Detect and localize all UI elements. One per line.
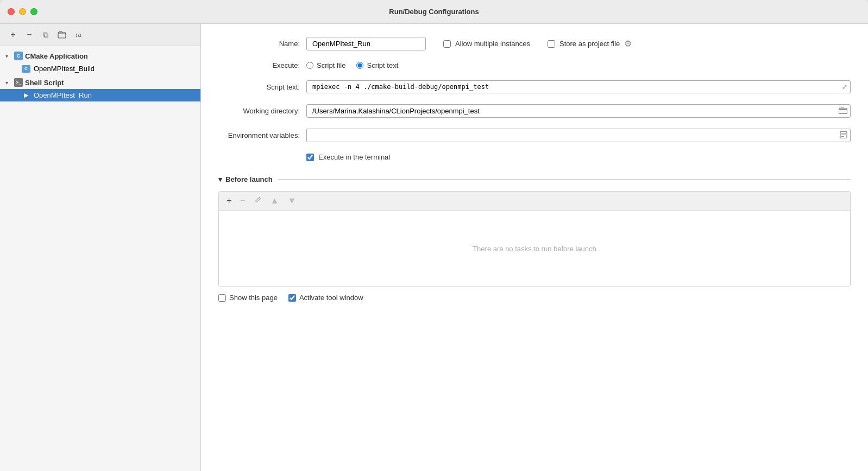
store-as-project-label[interactable]: Store as project file xyxy=(559,40,620,48)
move-to-folder-button[interactable] xyxy=(55,28,68,41)
store-as-project-group: Store as project file ⚙ xyxy=(548,39,632,49)
tree-group-header-cmake[interactable]: ▾ C CMake Application xyxy=(0,49,200,62)
copy-config-button[interactable]: ⧉ xyxy=(39,28,52,41)
env-variables-container xyxy=(306,129,851,142)
before-launch-edit-button[interactable] xyxy=(252,195,264,207)
show-this-page-item: Show this page xyxy=(218,294,278,302)
name-input[interactable] xyxy=(306,37,426,50)
browse-directory-button[interactable] xyxy=(839,106,847,116)
before-launch-add-button[interactable]: + xyxy=(224,195,234,207)
remove-config-button[interactable]: − xyxy=(23,28,36,41)
cmake-build-icon: C xyxy=(22,65,30,73)
script-text-input[interactable] xyxy=(306,80,851,93)
allow-multiple-group: Allow multiple instances xyxy=(443,40,530,48)
sidebar-tree: ▾ C CMake Application C OpenMPItest_Buil… xyxy=(0,46,200,471)
svg-text:↕a: ↕a xyxy=(75,31,82,38)
script-file-option[interactable]: Script file xyxy=(306,61,345,69)
chevron-cmake: ▾ xyxy=(5,53,12,59)
execute-terminal-row: Execute in the terminal xyxy=(306,153,851,161)
execute-in-terminal-label[interactable]: Execute in the terminal xyxy=(318,153,390,161)
env-variables-label: Environment variables: xyxy=(218,131,300,139)
sidebar-toolbar: + − ⧉ ↕a xyxy=(0,24,200,46)
title-bar: Run/Debug Configurations xyxy=(0,0,868,24)
script-text-radio[interactable] xyxy=(356,62,363,69)
cmake-group-label: CMake Application xyxy=(25,52,88,60)
close-button[interactable] xyxy=(8,8,15,15)
traffic-lights xyxy=(8,8,37,15)
sidebar: + − ⧉ ↕a xyxy=(0,24,201,471)
name-row: Name: Allow multiple instances Store as … xyxy=(218,37,851,50)
show-this-page-label[interactable]: Show this page xyxy=(229,294,278,302)
cmake-group-icon: C xyxy=(14,52,23,60)
bottom-checkboxes: Show this page Activate tool window xyxy=(218,294,851,302)
main-window: Run/Debug Configurations + − ⧉ ↕a xyxy=(0,0,868,471)
no-tasks-text: There are no tasks to run before launch xyxy=(473,245,596,253)
working-directory-row: Working directory: xyxy=(218,104,851,118)
minimize-button[interactable] xyxy=(19,8,26,15)
before-launch-toolbar: + − ▲ ▼ xyxy=(219,192,850,211)
add-config-button[interactable]: + xyxy=(7,28,20,41)
script-text-label: Script text xyxy=(367,61,398,69)
chevron-shell: ▾ xyxy=(5,80,12,86)
script-text-row: Script text: ⤢ xyxy=(218,80,851,93)
name-label: Name: xyxy=(218,40,300,48)
activate-tool-window-item: Activate tool window xyxy=(288,294,363,302)
script-text-container: ⤢ xyxy=(306,80,851,93)
before-launch-panel: + − ▲ ▼ There are no tasks to run before… xyxy=(218,191,851,287)
store-as-project-checkbox[interactable] xyxy=(548,40,555,48)
allow-multiple-label[interactable]: Allow multiple instances xyxy=(455,40,530,48)
section-divider-line xyxy=(278,179,851,180)
script-file-radio[interactable] xyxy=(306,62,313,69)
execute-in-terminal-checkbox[interactable] xyxy=(306,154,314,161)
edit-env-button[interactable] xyxy=(840,131,847,140)
tree-item-shell-run[interactable]: ▶ OpenMPItest_Run xyxy=(0,89,200,101)
working-directory-label: Working directory: xyxy=(218,107,300,115)
before-launch-content: There are no tasks to run before launch xyxy=(219,211,850,287)
shell-group-icon: >_ xyxy=(14,78,23,87)
before-launch-move-up-button[interactable]: ▲ xyxy=(268,195,281,207)
env-variables-row: Environment variables: xyxy=(218,129,851,142)
before-launch-section-header: ▾ Before launch xyxy=(218,175,851,183)
execute-row: Execute: Script file Script text xyxy=(218,61,851,69)
main-content: + − ⧉ ↕a xyxy=(0,24,868,471)
tree-group-shell: ▾ >_ Shell Script ▶ OpenMPItest_Run xyxy=(0,76,200,101)
shell-run-label: OpenMPItest_Run xyxy=(34,91,92,99)
before-launch-title: ▾ Before launch xyxy=(218,175,273,183)
activate-tool-window-checkbox[interactable] xyxy=(288,294,296,302)
gear-icon[interactable]: ⚙ xyxy=(624,39,632,49)
allow-multiple-checkbox[interactable] xyxy=(443,40,451,48)
expand-script-button[interactable]: ⤢ xyxy=(842,83,847,91)
cmake-build-label: OpenMPItest_Build xyxy=(34,65,95,73)
execute-radio-group: Script file Script text xyxy=(306,61,398,69)
script-text-option[interactable]: Script text xyxy=(356,61,398,69)
sort-button[interactable]: ↕a xyxy=(72,28,85,41)
window-title: Run/Debug Configurations xyxy=(389,8,479,16)
shell-run-icon: ▶ xyxy=(22,92,30,99)
before-launch-move-down-button[interactable]: ▼ xyxy=(286,195,299,207)
env-variables-input[interactable] xyxy=(306,129,851,142)
before-launch-chevron[interactable]: ▾ xyxy=(218,175,222,183)
execute-label: Execute: xyxy=(218,61,300,69)
right-panel: Name: Allow multiple instances Store as … xyxy=(201,24,868,471)
tree-group-header-shell[interactable]: ▾ >_ Shell Script xyxy=(0,76,200,89)
activate-tool-window-label[interactable]: Activate tool window xyxy=(299,294,363,302)
show-this-page-checkbox[interactable] xyxy=(218,294,226,302)
maximize-button[interactable] xyxy=(30,8,37,15)
before-launch-remove-button[interactable]: − xyxy=(238,195,247,207)
tree-group-cmake: ▾ C CMake Application C OpenMPItest_Buil… xyxy=(0,49,200,75)
script-text-label: Script text: xyxy=(218,83,300,91)
script-file-label: Script file xyxy=(317,61,345,69)
working-directory-input[interactable] xyxy=(306,104,851,118)
shell-group-label: Shell Script xyxy=(25,79,64,87)
tree-item-cmake-build[interactable]: C OpenMPItest_Build xyxy=(0,62,200,75)
working-directory-container xyxy=(306,104,851,118)
